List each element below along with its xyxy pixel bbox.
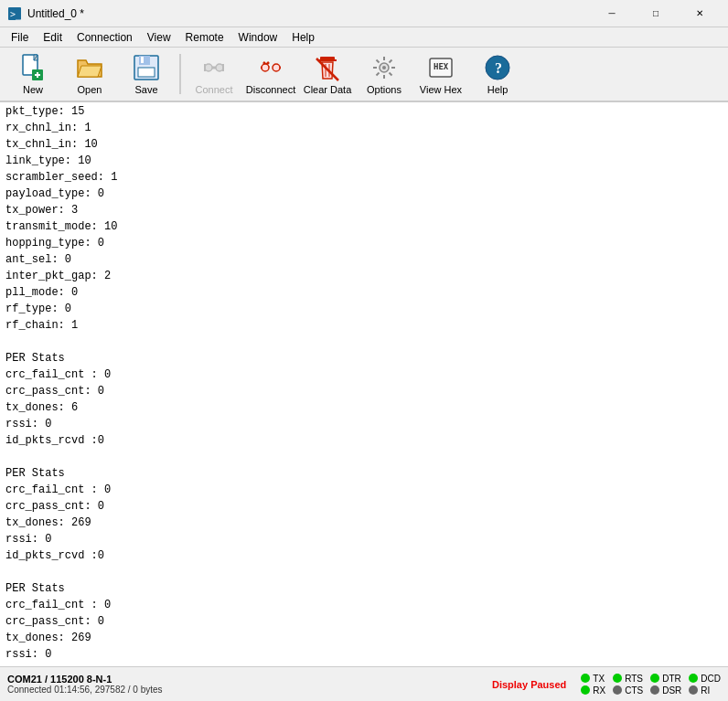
- svg-point-14: [205, 64, 212, 71]
- menu-file[interactable]: File: [4, 29, 36, 46]
- connect-button[interactable]: Connect: [187, 50, 241, 98]
- dsr-label: DSR: [662, 685, 681, 696]
- cts-indicator: CTS: [613, 685, 643, 696]
- separator-1: [179, 54, 181, 94]
- main-area: Wireless Initialization Success RSI_BT_P…: [0, 102, 728, 666]
- help-button[interactable]: ? Help: [470, 50, 525, 98]
- tx-label: TX: [593, 674, 605, 684]
- svg-text:HEX: HEX: [434, 62, 449, 71]
- app-icon: >_: [7, 6, 22, 21]
- open-icon: [75, 53, 104, 82]
- display-area[interactable]: Wireless Initialization Success RSI_BT_P…: [0, 102, 728, 666]
- connect-label: Connect: [196, 84, 233, 95]
- disconnect-label: Disconnect: [246, 84, 295, 95]
- ri-indicator: RI: [689, 685, 721, 696]
- tx-led: [581, 674, 590, 683]
- svg-marker-8: [78, 66, 102, 77]
- connected-info-label: Connected 01:14:56, 297582 / 0 bytes: [7, 685, 190, 695]
- new-label: New: [23, 84, 43, 95]
- rx-led: [581, 685, 590, 695]
- help-icon: ?: [483, 53, 512, 82]
- save-label: Save: [134, 84, 157, 95]
- svg-text:?: ?: [495, 60, 502, 76]
- menu-remote[interactable]: Remote: [178, 29, 231, 46]
- rts-led: [613, 674, 622, 683]
- svg-text:>_: >_: [10, 9, 22, 20]
- svg-line-37: [390, 60, 392, 63]
- options-label: Options: [367, 84, 401, 95]
- svg-rect-11: [138, 68, 155, 77]
- open-button[interactable]: Open: [62, 50, 117, 98]
- svg-line-35: [377, 60, 380, 63]
- svg-rect-10: [139, 56, 150, 65]
- disconnect-button[interactable]: Disconnect: [243, 50, 298, 98]
- display-content: Wireless Initialization Success RSI_BT_P…: [5, 102, 723, 663]
- window-controls: ─ □ ✕: [591, 4, 721, 24]
- rts-label: RTS: [625, 674, 643, 684]
- status-left: COM21 / 115200 8-N-1 Connected 01:14:56,…: [7, 674, 190, 695]
- svg-line-38: [377, 73, 380, 76]
- dcd-led: [689, 674, 698, 683]
- new-button[interactable]: New: [5, 50, 60, 98]
- com-port-label: COM21 / 115200 8-N-1: [7, 674, 190, 685]
- viewhex-label: View Hex: [420, 84, 462, 95]
- clear-icon: [313, 53, 342, 82]
- options-icon: [369, 53, 399, 82]
- svg-point-15: [216, 64, 223, 71]
- dsr-led: [650, 685, 659, 695]
- clear-label: Clear Data: [304, 84, 352, 95]
- svg-line-36: [390, 73, 392, 76]
- menu-view[interactable]: View: [140, 29, 178, 46]
- menu-connection[interactable]: Connection: [70, 29, 140, 46]
- display-paused-label: Display Paused: [492, 679, 566, 690]
- save-icon: [132, 53, 161, 82]
- svg-point-30: [382, 66, 386, 69]
- toolbar: New Open Save: [0, 48, 728, 102]
- connect-icon: [199, 53, 229, 82]
- menu-window[interactable]: Window: [231, 29, 285, 46]
- svg-point-23: [273, 64, 280, 71]
- save-button[interactable]: Save: [119, 50, 174, 98]
- options-button[interactable]: Options: [357, 50, 412, 98]
- menu-edit[interactable]: Edit: [36, 29, 70, 46]
- dsr-indicator: DSR: [650, 685, 681, 696]
- menu-bar: File Edit Connection View Remote Window …: [0, 27, 728, 48]
- viewhex-icon: HEX: [426, 53, 455, 82]
- tx-indicator: TX: [581, 674, 605, 684]
- clear-data-button[interactable]: Clear Data: [300, 50, 355, 98]
- title-bar: >_ Untitled_0 * ─ □ ✕: [0, 0, 728, 27]
- rts-indicator: RTS: [613, 674, 643, 684]
- status-indicators: TX RTS DTR DCD RX CTS DSR RI: [581, 674, 721, 696]
- dtr-indicator: DTR: [650, 674, 681, 684]
- dtr-led: [650, 674, 659, 683]
- dcd-indicator: DCD: [689, 674, 721, 684]
- close-button[interactable]: ✕: [679, 4, 721, 24]
- cts-led: [613, 685, 622, 695]
- menu-help[interactable]: Help: [284, 29, 322, 46]
- ri-led: [689, 685, 698, 695]
- new-icon: [18, 53, 48, 82]
- svg-rect-12: [141, 57, 144, 63]
- minimize-button[interactable]: ─: [591, 4, 633, 24]
- window-title: Untitled_0 *: [27, 7, 591, 20]
- cts-label: CTS: [625, 685, 643, 696]
- disconnect-icon: [256, 53, 285, 82]
- rx-label: RX: [593, 685, 605, 696]
- help-label: Help: [487, 84, 509, 95]
- maximize-button[interactable]: □: [635, 4, 677, 24]
- open-label: Open: [78, 84, 102, 95]
- status-bar: COM21 / 115200 8-N-1 Connected 01:14:56,…: [0, 666, 728, 701]
- viewhex-button[interactable]: HEX View Hex: [413, 50, 468, 98]
- svg-point-22: [262, 64, 269, 71]
- dcd-label: DCD: [701, 674, 721, 684]
- rx-indicator: RX: [581, 685, 605, 696]
- ri-label: RI: [701, 685, 710, 696]
- dtr-label: DTR: [662, 674, 681, 684]
